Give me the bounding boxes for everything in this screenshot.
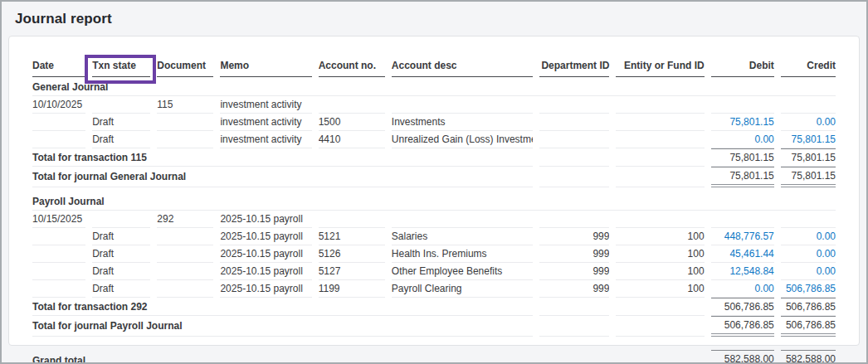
cell-department-id — [539, 131, 609, 148]
cell-department-id — [539, 114, 609, 131]
cell-date — [32, 228, 85, 245]
cell-txn-state: Draft — [92, 131, 150, 148]
cell-txn-state — [92, 96, 150, 114]
cell-document — [157, 263, 213, 280]
cell-department-id — [539, 167, 609, 187]
amount-drilldown-link-debit[interactable]: 0.00 — [711, 280, 774, 298]
cell-account-no — [319, 96, 385, 114]
cell-account-no: 5121 — [319, 228, 385, 245]
total-label: Total for transaction 292 — [32, 298, 533, 316]
cell-txn-state: Draft — [92, 114, 150, 131]
total-credit: 506,786.85 — [781, 316, 836, 337]
cell-date: 10/15/2025 — [32, 211, 85, 228]
cell-department-id: 999 — [539, 228, 609, 245]
column-header-txn-state[interactable]: Txn state — [92, 58, 150, 77]
spacer-cell — [32, 337, 836, 350]
amount-drilldown-link-credit[interactable]: 0.00 — [781, 228, 836, 245]
cell-account-no: 5127 — [319, 263, 385, 280]
section-label: Payroll Journal — [32, 187, 836, 211]
cell-memo: 2025-10.15 payroll — [220, 228, 311, 245]
amount-drilldown-link-credit[interactable]: 506,786.85 — [781, 280, 836, 298]
cell-account-no: 4410 — [319, 131, 385, 148]
cell-entity-or-fund-id — [616, 298, 704, 316]
cell-memo: 2025-10.15 payroll — [220, 211, 311, 228]
cell-document — [157, 131, 213, 148]
cell-account-desc: Health Ins. Premiums — [392, 245, 533, 263]
cell-entity-or-fund-id — [616, 167, 704, 187]
column-header-label: Date — [32, 60, 54, 71]
row-detail: Draft2025-10.15 payroll1199Payroll Clear… — [32, 280, 836, 298]
cell-entity-or-fund-id: 100 — [616, 280, 704, 298]
total-credit: 75,801.15 — [781, 167, 836, 187]
total-label: Total for transaction 115 — [32, 148, 533, 167]
cell-account-no: 1500 — [319, 114, 385, 131]
column-header-label: Txn state — [92, 60, 136, 71]
column-header-row: DateTxn stateDocumentMemoAccount no.Acco… — [32, 58, 836, 77]
cell-entity-or-fund-id — [616, 114, 704, 131]
cell-entity-or-fund-id: 100 — [616, 263, 704, 280]
cell-entity-or-fund-id — [616, 211, 704, 228]
row-detail: Draft2025-10.15 payroll5126Health Ins. P… — [32, 245, 836, 263]
column-header-label: Department ID — [541, 60, 609, 71]
amount-drilldown-link-credit[interactable]: 0.00 — [781, 114, 836, 131]
cell-memo: investment activity — [220, 114, 311, 131]
report-card: DateTxn stateDocumentMemoAccount no.Acco… — [8, 36, 860, 346]
amount-drilldown-link-credit[interactable]: 0.00 — [781, 263, 836, 280]
amount-drilldown-link-debit[interactable]: 12,548.84 — [711, 263, 774, 280]
cell-account-desc: Unrealized Gain (Loss) Investments — [392, 131, 533, 148]
amount-drilldown-link-credit[interactable]: 75,801.15 — [781, 131, 836, 148]
column-header-entity-or-fund-id: Entity or Fund ID — [616, 58, 704, 77]
page-header: Journal report — [2, 2, 866, 36]
cell-account-desc — [392, 211, 533, 228]
column-header-label: Entity or Fund ID — [624, 60, 705, 71]
cell-document — [157, 228, 213, 245]
cell-account-no: 5126 — [319, 245, 385, 263]
cell-credit — [781, 96, 836, 114]
row-section-payroll-journal: Payroll Journal — [32, 187, 836, 211]
row-journal-total-total-for-journal-general-journal: Total for journal General Journal75,801.… — [32, 167, 836, 187]
row-txn-115: 10/10/2025115investment activity — [32, 96, 836, 114]
cell-txn-state: Draft — [92, 280, 150, 298]
column-header-label: Account desc — [392, 60, 457, 71]
cell-department-id: 999 — [539, 245, 609, 263]
column-header-label: Document — [157, 60, 206, 71]
column-header-department-id: Department ID — [539, 58, 609, 77]
amount-drilldown-link-debit[interactable]: 0.00 — [711, 131, 774, 148]
row-spacer — [32, 337, 836, 350]
amount-drilldown-link-debit[interactable]: 75,801.15 — [711, 114, 774, 131]
row-grand-total-grand-total: Grand total582,588.00582,588.00 — [32, 350, 836, 364]
row-detail: Draftinvestment activity1500Investments7… — [32, 114, 836, 131]
total-debit: 75,801.15 — [711, 148, 774, 167]
cell-document: 292 — [157, 211, 213, 228]
column-header-label: Credit — [807, 60, 836, 71]
cell-memo: investment activity — [220, 96, 311, 114]
cell-department-id — [539, 148, 609, 167]
cell-date — [32, 131, 85, 148]
cell-debit — [711, 211, 774, 228]
cell-account-no — [319, 211, 385, 228]
amount-drilldown-link-credit[interactable]: 0.00 — [781, 245, 836, 263]
cell-date — [32, 114, 85, 131]
cell-entity-or-fund-id: 100 — [616, 245, 704, 263]
total-credit: 582,588.00 — [781, 350, 836, 364]
column-header-memo: Memo — [220, 58, 311, 77]
total-label: Total for journal Payroll Journal — [32, 316, 533, 337]
column-header-date: Date — [32, 58, 85, 77]
cell-account-no: 1199 — [319, 280, 385, 298]
amount-drilldown-link-debit[interactable]: 448,776.57 — [711, 228, 774, 245]
cell-memo: 2025-10.15 payroll — [220, 280, 311, 298]
row-detail: Draftinvestment activity4410Unrealized G… — [32, 131, 836, 148]
cell-txn-state: Draft — [92, 228, 150, 245]
cell-date — [32, 280, 85, 298]
cell-entity-or-fund-id — [616, 350, 704, 364]
cell-department-id — [539, 96, 609, 114]
cell-txn-state: Draft — [92, 263, 150, 280]
cell-memo: 2025-10.15 payroll — [220, 245, 311, 263]
cell-department-id — [539, 350, 609, 364]
row-total-total-for-transaction-292: Total for transaction 292506,786.85506,7… — [32, 298, 836, 316]
column-header-document: Document — [157, 58, 213, 77]
amount-drilldown-link-debit[interactable]: 45,461.44 — [711, 245, 774, 263]
cell-debit — [711, 96, 774, 114]
cell-memo: investment activity — [220, 131, 311, 148]
row-detail: Draft2025-10.15 payroll5127Other Employe… — [32, 263, 836, 280]
